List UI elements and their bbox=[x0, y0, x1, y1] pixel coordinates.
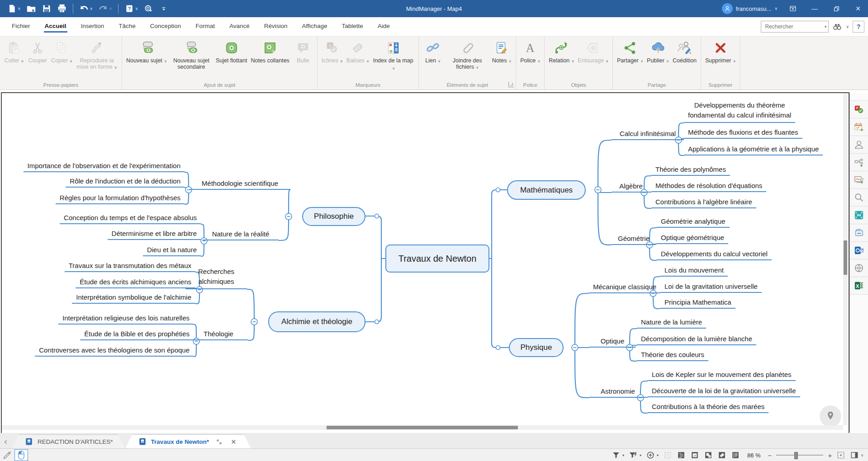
dialog-launcher-icon[interactable] bbox=[508, 82, 514, 87]
map-topic[interactable]: Interprétation religieuse des lois natur… bbox=[58, 313, 194, 325]
sidebar-pane-web[interactable] bbox=[850, 259, 868, 277]
tab-scroll-left-button[interactable] bbox=[0, 436, 12, 448]
map-topic[interactable]: Optique géométrique bbox=[657, 232, 728, 244]
map-topic[interactable]: Contributions à l'algèbre linéaire bbox=[651, 197, 756, 208]
sidebar-pane-browser[interactable] bbox=[850, 224, 868, 242]
tab-fichier[interactable]: Fichier bbox=[5, 20, 37, 34]
map-topic[interactable]: Dieu et la nature bbox=[143, 245, 201, 256]
fit-map-button[interactable] bbox=[836, 451, 845, 460]
sidebar-pane-outlook[interactable] bbox=[850, 242, 868, 259]
publish-button[interactable]: Publier ∨ bbox=[645, 39, 670, 66]
map-topic[interactable]: Loi de la gravitation universelle bbox=[660, 281, 762, 293]
attach-button[interactable]: Joindre des fichiers ∨ bbox=[445, 39, 489, 72]
tab-tâche[interactable]: Tâche bbox=[112, 20, 142, 34]
document-tab[interactable]: Travaux de Newton* bbox=[125, 434, 251, 448]
search-input[interactable] bbox=[764, 23, 820, 30]
share-button[interactable]: Partager ∨ bbox=[616, 39, 645, 66]
print-button[interactable] bbox=[55, 2, 69, 15]
font-button[interactable]: APolice ∨ bbox=[519, 39, 541, 66]
sidebar-pane-snapshot[interactable] bbox=[850, 207, 868, 224]
horizontal-scrollbar-thumb[interactable] bbox=[327, 426, 518, 429]
quick-add-icon[interactable] bbox=[646, 451, 655, 460]
outline-view-icon[interactable] bbox=[677, 451, 686, 460]
notes-button[interactable]: Notes ∨ bbox=[490, 39, 513, 66]
map-topic[interactable]: Découverte de la loi de la gravitation u… bbox=[648, 386, 800, 397]
map-topic[interactable]: Développements du calcul vectoriel bbox=[657, 249, 772, 260]
open-folder-button[interactable] bbox=[24, 2, 38, 15]
main-topic[interactable]: Physique bbox=[509, 338, 564, 357]
minimize-button[interactable]: — bbox=[805, 0, 825, 17]
map-topic[interactable]: Controverses avec les théologiens de son… bbox=[35, 345, 194, 357]
pen-tool-icon[interactable] bbox=[3, 451, 12, 460]
sticky-note-button[interactable]: Notes collantes bbox=[249, 39, 290, 65]
popout-icon[interactable] bbox=[214, 437, 224, 447]
map-topic[interactable]: Étude de la Bible et des prophéties bbox=[80, 329, 194, 340]
main-topic[interactable]: Philosophie bbox=[302, 207, 365, 226]
tab-révision[interactable]: Révision bbox=[258, 20, 294, 34]
close-tab-icon[interactable] bbox=[229, 437, 239, 447]
account-button[interactable]: francomasu... ∨ bbox=[718, 3, 781, 14]
delete-button[interactable]: Supprimer ∨ bbox=[704, 39, 737, 66]
new-topic-button[interactable]: Nouveau sujet ∨ bbox=[125, 39, 168, 66]
relationship-button[interactable]: Relation ∨ bbox=[547, 39, 575, 66]
map-topic[interactable]: Conception du temps et de l'espace absol… bbox=[60, 212, 201, 224]
sidebar-pane-images[interactable] bbox=[850, 171, 868, 189]
tab-format[interactable]: Format bbox=[189, 20, 221, 34]
map-topic[interactable]: Méthodologie scientifique bbox=[190, 178, 290, 190]
map-topic[interactable]: Travaux sur la transmutation des métaux bbox=[65, 260, 195, 272]
map-topic[interactable]: Algèbre bbox=[612, 181, 650, 193]
sidebar-pane-excel[interactable]: X bbox=[850, 277, 868, 295]
tab-aide[interactable]: Aide bbox=[371, 20, 396, 34]
tag-view-icon[interactable] bbox=[717, 451, 726, 460]
sidebar-pane-calendar-task[interactable] bbox=[850, 118, 868, 136]
map-topic[interactable]: Théorie des polynômes bbox=[651, 164, 730, 176]
map-topic[interactable]: Astronomie bbox=[589, 386, 647, 398]
main-topic[interactable]: Mathématiques bbox=[507, 180, 586, 200]
map-topic[interactable]: Contributions à la théorie des marées bbox=[648, 401, 768, 413]
sidebar-pane-contact[interactable] bbox=[850, 136, 868, 154]
link-button[interactable]: Lien ∨ bbox=[422, 39, 444, 66]
zoom-in-button[interactable]: + bbox=[828, 452, 832, 459]
map-topic[interactable]: Nature de la réalité bbox=[203, 229, 279, 240]
vertical-scrollbar-thumb[interactable] bbox=[844, 240, 847, 275]
map-topic[interactable]: Importance de l'observation et de l'expé… bbox=[24, 160, 185, 172]
map-topic[interactable]: Rôle de l'induction et de la déduction bbox=[66, 176, 185, 188]
map-topic[interactable]: Calcul infinitésimal bbox=[612, 128, 684, 140]
document-tab[interactable]: REDACTION D'ARTICLES* bbox=[12, 434, 125, 448]
map-topic[interactable]: Géométrie analytique bbox=[657, 216, 730, 228]
map-topic[interactable]: Optique bbox=[589, 336, 636, 348]
main-topic[interactable]: Alchimie et théologie bbox=[268, 311, 365, 332]
new-document-button[interactable]: ∨ bbox=[5, 2, 23, 15]
zoom-out-button[interactable]: − bbox=[768, 452, 772, 459]
map-index-button[interactable]: Index de la map ∨ bbox=[371, 39, 416, 73]
web-help-button[interactable] bbox=[141, 2, 156, 15]
panel-layout-button[interactable] bbox=[850, 451, 859, 460]
map-topic[interactable]: Théologie bbox=[189, 329, 248, 340]
help-book-button[interactable]: ?∨ bbox=[122, 2, 141, 15]
help-button[interactable]: ? bbox=[853, 21, 864, 33]
map-topic[interactable]: Géométrie bbox=[612, 233, 656, 245]
map-topic[interactable]: Applications à la géométrie et à la phys… bbox=[684, 144, 823, 155]
tab-avancé[interactable]: Avancé bbox=[223, 20, 256, 34]
map-topic[interactable]: Méthode des fluxions et des fluantes bbox=[684, 127, 802, 139]
restore-button[interactable] bbox=[826, 0, 846, 17]
mouse-mode-button[interactable] bbox=[14, 449, 28, 461]
customize-toolbar-button[interactable] bbox=[157, 2, 171, 15]
icon-view-icon[interactable] bbox=[704, 451, 713, 460]
map-topic[interactable]: Théorie des couleurs bbox=[637, 349, 708, 361]
map-topic[interactable]: Mécanique classique bbox=[589, 282, 660, 293]
map-topic[interactable]: Déterminisme et libre arbitre bbox=[108, 228, 201, 240]
new-subtopic-button[interactable]: Nouveau sujet secondaire bbox=[169, 39, 213, 71]
notes-view-icon[interactable] bbox=[731, 451, 740, 460]
search-dropdown-icon[interactable]: ▾ bbox=[825, 24, 827, 29]
map-topic[interactable]: Lois du mouvement bbox=[660, 265, 728, 277]
coedit-button[interactable]: Coédition bbox=[671, 39, 698, 65]
zoom-slider[interactable] bbox=[776, 452, 823, 458]
power-filter-icon[interactable] bbox=[629, 451, 638, 460]
map-topic[interactable]: Principia Mathematica bbox=[660, 297, 735, 309]
tab-accueil[interactable]: Accueil bbox=[38, 20, 73, 34]
save-button[interactable] bbox=[39, 2, 54, 15]
tab-tablette[interactable]: Tablette bbox=[336, 20, 370, 34]
floating-topic-button[interactable]: Sujet flottant bbox=[214, 39, 249, 65]
map-topic[interactable]: Interprétation symbolique de l'alchimie bbox=[72, 292, 195, 304]
